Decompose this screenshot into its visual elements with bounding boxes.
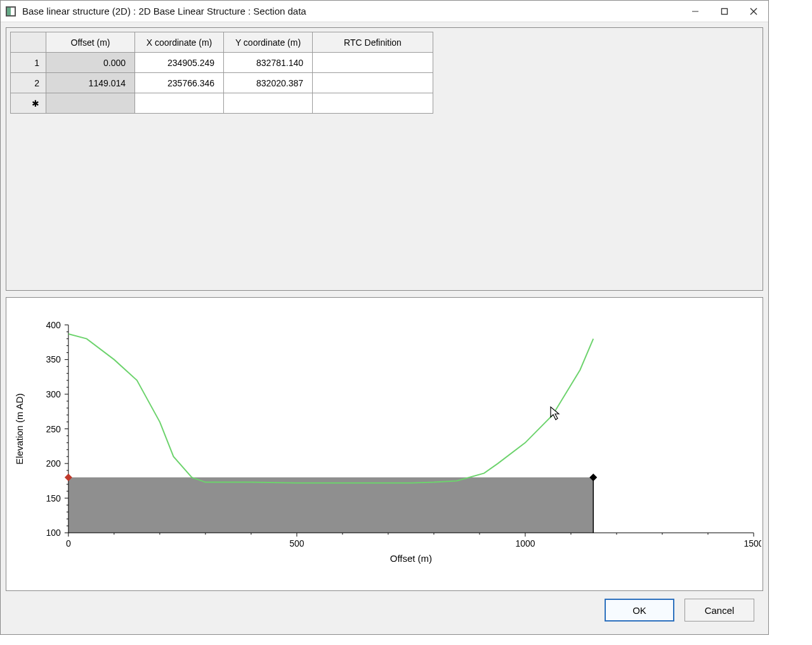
section-chart[interactable]: 100150200250300350400050010001500Offset …: [8, 299, 761, 589]
content-area: Offset (m) X coordinate (m) Y coordinate…: [1, 22, 768, 634]
svg-text:Elevation (m AD): Elevation (m AD): [14, 393, 25, 464]
window-title: Base linear structure (2D) : 2D Base Lin…: [22, 6, 681, 17]
titlebar: Base linear structure (2D) : 2D Base Lin…: [1, 1, 768, 22]
row-number: 1: [11, 53, 46, 73]
cell-y[interactable]: [224, 93, 313, 114]
col-offset[interactable]: Offset (m): [46, 32, 135, 53]
col-rownum: [11, 32, 46, 53]
svg-text:300: 300: [46, 389, 62, 399]
cell-rtc[interactable]: [313, 93, 433, 114]
cell-offset[interactable]: [46, 93, 135, 114]
svg-text:Offset (m): Offset (m): [390, 553, 432, 564]
table-row[interactable]: 10.000234905.249832781.140: [11, 53, 433, 73]
svg-text:200: 200: [46, 458, 62, 469]
chart-panel: 100150200250300350400050010001500Offset …: [6, 297, 763, 591]
svg-text:1500: 1500: [743, 538, 761, 549]
svg-text:400: 400: [46, 320, 62, 330]
col-y[interactable]: Y coordinate (m): [224, 32, 313, 53]
maximize-button[interactable]: [710, 1, 739, 22]
table-row[interactable]: 21149.014235766.346832020.387: [11, 73, 433, 93]
svg-text:0: 0: [66, 538, 71, 549]
minimize-button[interactable]: [681, 1, 710, 22]
cell-rtc[interactable]: [313, 73, 433, 93]
cell-offset[interactable]: 1149.014: [46, 73, 135, 93]
section-data-table[interactable]: Offset (m) X coordinate (m) Y coordinate…: [10, 32, 433, 114]
minimize-icon: [691, 8, 699, 15]
new-row-marker: ✱: [11, 93, 46, 114]
close-button[interactable]: [739, 1, 768, 22]
cell-rtc[interactable]: [313, 53, 433, 73]
close-icon: [749, 7, 758, 16]
dialog-window: Base linear structure (2D) : 2D Base Lin…: [0, 0, 769, 635]
cell-y[interactable]: 832020.387: [224, 73, 313, 93]
svg-rect-4: [69, 477, 593, 533]
window-controls: [681, 1, 768, 22]
app-icon: [6, 6, 16, 17]
maximize-icon: [721, 8, 728, 15]
svg-text:250: 250: [46, 424, 62, 434]
svg-text:100: 100: [46, 528, 62, 538]
col-x[interactable]: X coordinate (m): [135, 32, 224, 53]
table-new-row[interactable]: ✱: [11, 93, 433, 114]
svg-text:150: 150: [46, 493, 62, 503]
svg-rect-1: [722, 9, 728, 15]
button-bar: OK Cancel: [6, 591, 763, 629]
svg-text:1000: 1000: [515, 538, 535, 549]
col-rtc[interactable]: RTC Definition: [313, 32, 433, 53]
cell-offset[interactable]: 0.000: [46, 53, 135, 73]
svg-text:350: 350: [46, 354, 62, 364]
cell-x[interactable]: 235766.346: [135, 73, 224, 93]
table-panel: Offset (m) X coordinate (m) Y coordinate…: [6, 27, 763, 291]
svg-text:500: 500: [289, 538, 304, 549]
cell-x[interactable]: [135, 93, 224, 114]
row-number: 2: [11, 73, 46, 93]
cell-y[interactable]: 832781.140: [224, 53, 313, 73]
ok-button[interactable]: OK: [605, 599, 674, 622]
cancel-button[interactable]: Cancel: [684, 599, 754, 622]
cell-x[interactable]: 234905.249: [135, 53, 224, 73]
